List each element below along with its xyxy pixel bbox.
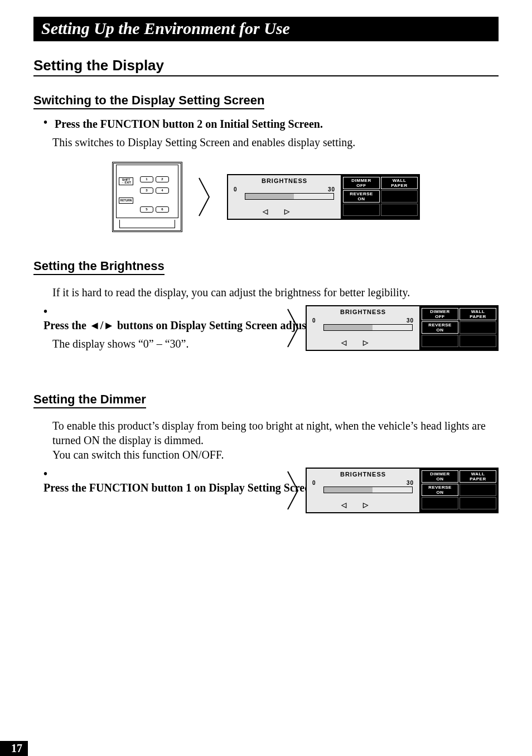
subsection-dimmer: Setting the Dimmer	[33, 392, 146, 408]
s3-intro2: You can switch this function ON/OFF.	[52, 447, 499, 462]
subsection-switching: Switching to the Display Setting Screen	[33, 93, 264, 109]
device-key-6: 6	[156, 206, 169, 213]
lcd1-btn-empty2	[343, 204, 380, 216]
lcd1-min: 0	[234, 186, 237, 192]
lcd2-title: BRIGHTNESS	[307, 309, 419, 315]
page-number: 17	[0, 741, 28, 756]
device-return-label: RETURN	[119, 198, 133, 204]
bullet-icon: •	[43, 116, 52, 128]
device-key-5: 5	[140, 206, 153, 213]
right-arrow-icon: ►	[103, 319, 114, 331]
section-h1: Setting the Display	[33, 57, 499, 74]
lcd2-max: 30	[407, 317, 414, 324]
left-arrow-icon: ◄	[89, 319, 100, 331]
lcd1-btn-reverse: REVERSEON	[343, 190, 380, 203]
lcd3-bar	[323, 487, 413, 493]
device-illustration: SHIFT→ EXIT RETURN 1 2 3 4 5 6	[112, 162, 182, 232]
s3-intro1: To enable this product’s display from be…	[52, 418, 499, 447]
lcd-screen-2: BRIGHTNESS 0 30 ◁▷ DIMMEROFF WALLPAPER R…	[306, 305, 499, 351]
lcd2-btn-empty2	[422, 335, 458, 347]
lcd3-btn-empty2	[422, 497, 458, 509]
s1-step: Press the FUNCTION button 2 on Initial S…	[55, 118, 323, 130]
h1-rule	[33, 75, 499, 76]
s1-body: This switches to Display Setting Screen …	[52, 135, 499, 150]
lcd3-title: BRIGHTNESS	[307, 471, 419, 478]
bullet-icon: •	[43, 305, 52, 317]
subsection-brightness: Setting the Brightness	[33, 259, 165, 275]
lcd1-bar	[245, 193, 334, 200]
lcd3-min: 0	[312, 480, 316, 486]
lcd1-btn-empty	[381, 190, 418, 203]
device-key-3: 3	[140, 187, 153, 194]
s2-intro: If it is hard to read the display, you c…	[52, 285, 499, 300]
transition-arrow-icon	[287, 469, 300, 512]
transition-arrow-icon	[198, 176, 211, 218]
lcd3-btn-empty	[460, 484, 496, 496]
lcd1-btn-wallpaper: WALLPAPER	[381, 177, 418, 189]
lcd2-bar	[323, 324, 413, 331]
lcd2-btn-dimmer: DIMMEROFF	[422, 308, 458, 320]
lcd1-max: 30	[328, 186, 335, 192]
transition-arrow-icon	[287, 307, 300, 349]
lcd3-max: 30	[407, 480, 414, 486]
lcd3-btn-reverse: REVERSEON	[422, 484, 458, 496]
lcd3-btn-empty3	[460, 497, 496, 509]
lcd2-btn-empty3	[460, 335, 496, 347]
s2-body: The display shows “0” – “30”.	[52, 336, 223, 351]
lcd2-btn-reverse: REVERSEON	[422, 321, 458, 334]
lcd2-btn-empty	[460, 321, 496, 334]
device-shift-label: SHIFT→ EXIT	[119, 177, 133, 185]
lcd1-arrows: ◁▷	[228, 208, 341, 215]
chapter-banner: Setting Up the Environment for Use	[33, 17, 499, 41]
lcd2-min: 0	[312, 317, 316, 324]
device-key-2: 2	[156, 176, 169, 182]
lcd-screen-1: BRIGHTNESS 0 30 ◁▷ DIMMEROFF WALLPAPER R…	[227, 174, 420, 220]
lcd3-btn-dimmer: DIMMERON	[422, 470, 458, 483]
bullet-icon: •	[43, 468, 52, 480]
lcd1-btn-dimmer: DIMMEROFF	[343, 177, 380, 189]
lcd2-btn-wallpaper: WALLPAPER	[460, 308, 496, 320]
lcd1-title: BRIGHTNESS	[228, 177, 341, 184]
lcd-screen-3: BRIGHTNESS 0 30 ◁▷ DIMMERON WALLPAPER RE…	[306, 468, 499, 513]
lcd3-btn-wallpaper: WALLPAPER	[460, 470, 496, 483]
lcd3-arrows: ◁▷	[307, 501, 419, 509]
lcd2-arrows: ◁▷	[307, 339, 419, 346]
device-key-1: 1	[140, 176, 153, 182]
device-key-4: 4	[156, 187, 169, 194]
lcd1-btn-empty3	[381, 204, 418, 216]
